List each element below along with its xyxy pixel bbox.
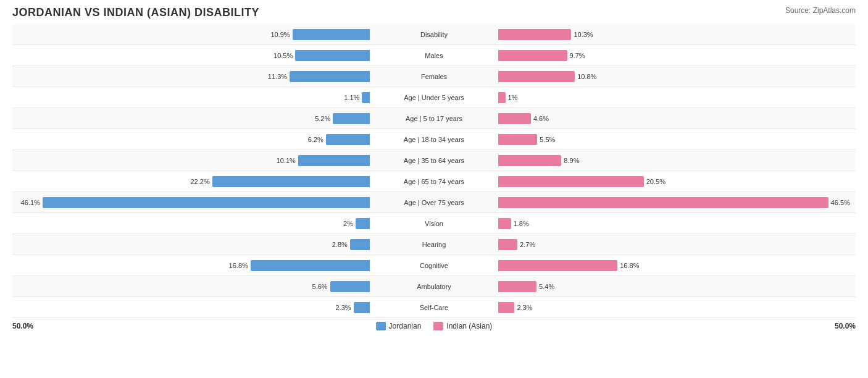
row-label: Hearing <box>372 241 496 248</box>
left-value: 1.1% <box>337 94 359 101</box>
left-bar-container: 46.1% <box>12 197 372 208</box>
table-row: 6.2% Age | 18 to 34 years 5.5% <box>12 129 856 150</box>
table-row: 1.1% Age | Under 5 years 1% <box>12 87 856 108</box>
right-bar-container: 20.5% <box>496 176 856 187</box>
row-label: Age | 5 to 17 years <box>372 115 496 122</box>
left-bar <box>362 92 370 103</box>
left-bar <box>290 71 370 82</box>
right-value: 16.8% <box>620 262 642 269</box>
right-bar <box>498 134 537 145</box>
legend-item-jordanian: Jordanian <box>376 322 422 330</box>
right-value: 4.6% <box>533 115 556 122</box>
left-value: 11.3% <box>265 73 287 80</box>
left-bar <box>212 176 370 187</box>
left-bar <box>330 281 370 292</box>
left-bar-container: 2.3% <box>12 302 372 313</box>
left-bar <box>326 134 370 145</box>
left-bar <box>356 218 370 229</box>
left-bar <box>295 50 370 61</box>
left-bar <box>251 260 370 271</box>
table-row: 11.3% Females 10.8% <box>12 66 856 87</box>
right-bar-container: 5.5% <box>496 134 856 145</box>
table-row: 22.2% Age | 65 to 74 years 20.5% <box>12 171 856 192</box>
right-bar-container: 46.5% <box>496 197 856 208</box>
row-label: Cognitive <box>372 262 496 269</box>
left-value: 6.2% <box>301 136 323 143</box>
table-row: 5.2% Age | 5 to 17 years 4.6% <box>12 108 856 129</box>
table-row: 46.1% Age | Over 75 years 46.5% <box>12 192 856 213</box>
left-bar-container: 6.2% <box>12 134 372 145</box>
left-value: 2.8% <box>325 241 348 248</box>
right-bar <box>498 218 511 229</box>
chart-area: 10.9% Disability 10.3% 10.5% Males 9.7% … <box>12 24 856 318</box>
left-bar <box>350 239 370 250</box>
left-bar-container: 10.9% <box>12 29 372 40</box>
left-bar-container: 16.8% <box>12 260 372 271</box>
left-bar-container: 22.2% <box>12 176 372 187</box>
right-value: 2.7% <box>520 241 542 248</box>
legend-label-jordanian: Jordanian <box>389 322 422 330</box>
table-row: 5.6% Ambulatory 5.4% <box>12 276 856 297</box>
legend-color-jordanian <box>376 322 386 330</box>
row-label: Vision <box>372 220 496 227</box>
left-bar-container: 1.1% <box>12 92 372 103</box>
right-value: 5.4% <box>539 283 561 290</box>
left-bar <box>354 302 370 313</box>
right-value: 10.3% <box>574 31 596 38</box>
right-value: 8.9% <box>564 157 586 164</box>
right-value: 20.5% <box>646 178 669 185</box>
right-bar-container: 8.9% <box>496 155 856 166</box>
right-bar <box>498 176 644 187</box>
right-bar <box>498 29 571 40</box>
right-bar-container: 1.8% <box>496 218 856 229</box>
left-bar-container: 2% <box>12 218 372 229</box>
left-value: 5.2% <box>308 115 330 122</box>
legend-color-indian <box>433 322 443 330</box>
left-bar <box>43 197 370 208</box>
left-value: 10.9% <box>268 31 290 38</box>
legend-label-indian: Indian (Asian) <box>446 322 492 330</box>
legend-item-indian: Indian (Asian) <box>433 322 492 330</box>
row-label: Age | Over 75 years <box>372 199 496 206</box>
left-value: 2.3% <box>329 304 351 311</box>
right-bar <box>498 155 561 166</box>
left-bar-container: 10.1% <box>12 155 372 166</box>
left-bar-container: 5.6% <box>12 281 372 292</box>
right-value: 10.8% <box>577 73 599 80</box>
left-value: 5.6% <box>306 283 328 290</box>
right-bar <box>498 113 531 124</box>
table-row: 2.3% Self-Care 2.3% <box>12 297 856 318</box>
right-bar-container: 4.6% <box>496 113 856 124</box>
row-label: Males <box>372 52 496 59</box>
left-bar-container: 5.2% <box>12 113 372 124</box>
row-label: Age | 65 to 74 years <box>372 178 496 185</box>
right-value: 1% <box>508 94 530 101</box>
table-row: 2.8% Hearing 2.7% <box>12 234 856 255</box>
right-bar <box>498 71 575 82</box>
left-value: 10.5% <box>270 52 293 59</box>
right-bar <box>498 50 567 61</box>
left-bar <box>298 155 370 166</box>
row-label: Ambulatory <box>372 283 496 290</box>
row-label: Disability <box>372 31 496 38</box>
left-bar <box>333 113 370 124</box>
right-bar-container: 2.3% <box>496 302 856 313</box>
table-row: 16.8% Cognitive 16.8% <box>12 255 856 276</box>
table-row: 2% Vision 1.8% <box>12 213 856 234</box>
left-bar-container: 11.3% <box>12 71 372 82</box>
left-value: 46.1% <box>18 199 40 206</box>
right-bar-container: 10.3% <box>496 29 856 40</box>
row-label: Age | Under 5 years <box>372 94 496 101</box>
row-label: Age | 18 to 34 years <box>372 136 496 143</box>
chart-footer: 50.0% Jordanian Indian (Asian) 50.0% <box>12 322 856 330</box>
table-row: 10.1% Age | 35 to 64 years 8.9% <box>12 150 856 171</box>
right-value: 9.7% <box>570 52 592 59</box>
left-value: 22.2% <box>188 178 210 185</box>
right-bar-container: 1% <box>496 92 856 103</box>
left-value: 16.8% <box>226 262 248 269</box>
right-value: 5.5% <box>540 136 562 143</box>
right-bar <box>498 302 514 313</box>
right-bar <box>498 281 536 292</box>
legend: Jordanian Indian (Asian) <box>376 322 493 330</box>
right-bar-container: 5.4% <box>496 281 856 292</box>
